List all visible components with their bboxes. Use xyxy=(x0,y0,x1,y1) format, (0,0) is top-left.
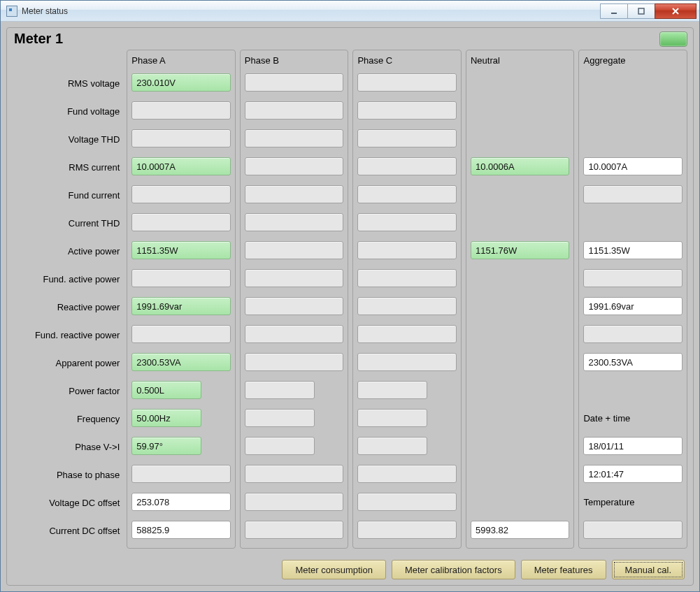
col-header-phase-b: Phase B xyxy=(245,52,344,68)
close-button[interactable] xyxy=(655,3,697,19)
phase-b-reactive-power xyxy=(245,297,344,315)
col-header-phase-a: Phase A xyxy=(131,52,231,68)
label-voltage-dc-offset: Voltage DC offset xyxy=(13,489,121,517)
label-apparent-power: Apparent power xyxy=(13,349,121,377)
phase-a-current-dc-offset: 58825.9 xyxy=(131,521,231,539)
phase-a-power-factor: 0.500L xyxy=(131,381,201,399)
column-aggregate: Aggregate 10.0007A 1151.35W 1991.69var 2… xyxy=(578,50,687,549)
phase-c-frequency xyxy=(357,409,427,427)
aggregate-temperature xyxy=(583,521,683,539)
label-voltage-thd: Voltage THD xyxy=(13,125,121,153)
panel-title: Meter 1 xyxy=(14,31,63,47)
phase-c-power-factor xyxy=(357,381,427,399)
col-header-aggregate: Aggregate xyxy=(583,52,683,68)
app-icon xyxy=(6,6,17,17)
phase-a-rms-voltage: 230.010V xyxy=(131,73,231,92)
label-phase-to-phase: Phase to phase xyxy=(13,461,121,489)
column-phase-a: Phase A 230.010V 10.0007A 1151.35W 1991.… xyxy=(127,50,236,549)
window-title: Meter status xyxy=(22,6,68,16)
aggregate-temperature-label: Temperature xyxy=(583,488,683,516)
phase-c-current-thd xyxy=(357,213,457,231)
phase-c-active-power xyxy=(357,241,457,259)
phase-b-voltage-thd xyxy=(245,129,344,147)
aggregate-time: 12:01:47 xyxy=(583,465,683,483)
manual-cal-button[interactable]: Manual cal. xyxy=(612,560,685,579)
label-frequency: Frequency xyxy=(13,405,121,433)
phase-b-phase-to-phase xyxy=(245,465,344,483)
label-fund-voltage: Fund voltage xyxy=(13,97,121,125)
label-current-dc-offset: Current DC offset xyxy=(13,517,121,544)
minimize-icon xyxy=(610,7,618,15)
label-phase-vi: Phase V->I xyxy=(13,433,121,461)
col-header-neutral: Neutral xyxy=(471,52,570,68)
phase-a-fund-active-power xyxy=(131,269,231,287)
phase-a-phase-to-phase xyxy=(131,465,231,483)
panel-header: Meter 1 xyxy=(13,31,687,47)
meter-calibration-factors-button[interactable]: Meter calibration factors xyxy=(392,560,515,579)
aggregate-rms-current: 10.0007A xyxy=(583,157,683,175)
phase-c-fund-active-power xyxy=(357,269,457,287)
column-neutral: Neutral 10.0006A 1151.76W xyxy=(466,50,575,549)
svg-rect-1 xyxy=(638,8,644,14)
phase-b-rms-current xyxy=(245,157,344,175)
phase-b-rms-voltage xyxy=(245,73,344,92)
neutral-rms-current: 10.0006A xyxy=(471,157,570,175)
phase-c-phase-to-phase xyxy=(357,465,457,483)
aggregate-reactive-power: 1991.69var xyxy=(583,297,683,315)
measurements-grid: RMS voltage Fund voltage Voltage THD RMS… xyxy=(13,50,687,556)
phase-c-voltage-thd xyxy=(357,129,457,147)
phase-a-apparent-power: 2300.53VA xyxy=(131,353,231,371)
aggregate-date-time-label: Date + time xyxy=(583,404,683,432)
phase-c-fund-reactive-power xyxy=(357,325,457,343)
bottom-button-bar: Meter consumption Meter calibration fact… xyxy=(13,560,687,579)
phase-a-reactive-power: 1991.69var xyxy=(131,297,231,315)
phase-c-current-dc-offset xyxy=(357,521,457,539)
maximize-icon xyxy=(637,7,645,15)
phase-a-current-thd xyxy=(131,213,231,231)
col-header-phase-c: Phase C xyxy=(357,52,457,68)
meter-features-button[interactable]: Meter features xyxy=(521,560,606,579)
phase-b-fund-current xyxy=(245,185,344,203)
neutral-active-power: 1151.76W xyxy=(471,241,570,259)
phase-b-voltage-dc-offset xyxy=(245,493,344,511)
label-fund-reactive-power: Fund. reactive power xyxy=(13,321,121,349)
label-fund-active-power: Fund. active power xyxy=(13,265,121,293)
label-power-factor: Power factor xyxy=(13,377,121,405)
phase-b-current-thd xyxy=(245,213,344,231)
phase-c-apparent-power xyxy=(357,353,457,371)
main-panel: Meter 1 RMS voltage Fund voltage Voltage… xyxy=(6,27,694,586)
label-rms-voltage: RMS voltage xyxy=(13,69,121,97)
phase-a-voltage-dc-offset: 253.078 xyxy=(131,493,231,511)
minimize-button[interactable] xyxy=(600,3,628,19)
phase-c-voltage-dc-offset xyxy=(357,493,457,511)
maximize-button[interactable] xyxy=(627,3,655,19)
phase-b-phase-vi xyxy=(245,437,315,455)
phase-b-current-dc-offset xyxy=(245,521,344,539)
close-icon xyxy=(671,7,680,15)
phase-b-fund-voltage xyxy=(245,101,344,120)
aggregate-fund-reactive-power xyxy=(583,325,683,343)
svg-rect-0 xyxy=(611,13,617,14)
label-reactive-power: Reactive power xyxy=(13,293,121,321)
neutral-current-dc-offset: 5993.82 xyxy=(471,521,570,539)
client-area: Meter 1 RMS voltage Fund voltage Voltage… xyxy=(1,22,699,591)
row-labels-column: RMS voltage Fund voltage Voltage THD RMS… xyxy=(13,50,122,544)
column-phase-b: Phase B xyxy=(240,50,349,549)
label-fund-current: Fund current xyxy=(13,181,121,209)
phase-b-fund-reactive-power xyxy=(245,325,344,343)
phase-c-reactive-power xyxy=(357,297,457,315)
meter-consumption-button[interactable]: Meter consumption xyxy=(282,560,386,579)
label-rms-current: RMS current xyxy=(13,153,121,181)
phase-c-rms-current xyxy=(357,157,457,175)
column-phase-c: Phase C xyxy=(352,50,462,549)
phase-a-frequency: 50.00Hz xyxy=(131,409,201,427)
phase-b-frequency xyxy=(245,409,315,427)
status-indicator xyxy=(659,31,687,47)
window: Meter status Meter 1 RMS vol xyxy=(0,0,700,592)
phase-c-fund-current xyxy=(357,185,457,203)
phase-c-fund-voltage xyxy=(357,101,457,120)
aggregate-fund-active-power xyxy=(583,269,683,287)
aggregate-date: 18/01/11 xyxy=(583,437,683,455)
phase-b-fund-active-power xyxy=(245,269,344,287)
window-controls xyxy=(600,3,697,19)
